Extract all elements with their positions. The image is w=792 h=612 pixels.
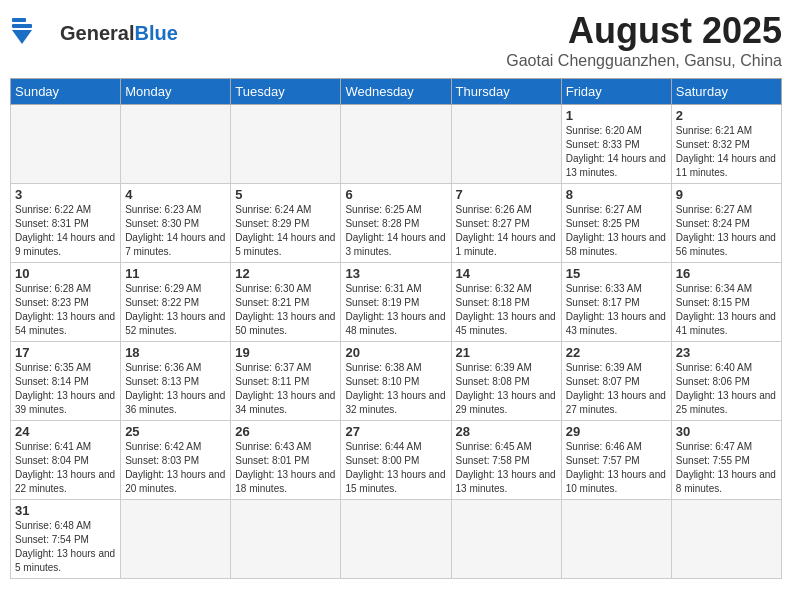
day-number: 14 bbox=[456, 266, 557, 281]
calendar-cell bbox=[11, 105, 121, 184]
weekday-header-thursday: Thursday bbox=[451, 79, 561, 105]
day-number: 13 bbox=[345, 266, 446, 281]
day-info: Sunrise: 6:20 AM Sunset: 8:33 PM Dayligh… bbox=[566, 124, 667, 180]
calendar-cell: 9Sunrise: 6:27 AM Sunset: 8:24 PM Daylig… bbox=[671, 184, 781, 263]
calendar-cell: 11Sunrise: 6:29 AM Sunset: 8:22 PM Dayli… bbox=[121, 263, 231, 342]
calendar-cell: 24Sunrise: 6:41 AM Sunset: 8:04 PM Dayli… bbox=[11, 421, 121, 500]
calendar-cell bbox=[561, 500, 671, 579]
calendar-cell: 14Sunrise: 6:32 AM Sunset: 8:18 PM Dayli… bbox=[451, 263, 561, 342]
day-number: 15 bbox=[566, 266, 667, 281]
calendar-cell bbox=[451, 500, 561, 579]
day-info: Sunrise: 6:29 AM Sunset: 8:22 PM Dayligh… bbox=[125, 282, 226, 338]
day-number: 21 bbox=[456, 345, 557, 360]
day-info: Sunrise: 6:31 AM Sunset: 8:19 PM Dayligh… bbox=[345, 282, 446, 338]
weekday-header-tuesday: Tuesday bbox=[231, 79, 341, 105]
calendar-cell: 13Sunrise: 6:31 AM Sunset: 8:19 PM Dayli… bbox=[341, 263, 451, 342]
calendar-cell: 20Sunrise: 6:38 AM Sunset: 8:10 PM Dayli… bbox=[341, 342, 451, 421]
calendar-cell: 30Sunrise: 6:47 AM Sunset: 7:55 PM Dayli… bbox=[671, 421, 781, 500]
day-number: 17 bbox=[15, 345, 116, 360]
day-info: Sunrise: 6:28 AM Sunset: 8:23 PM Dayligh… bbox=[15, 282, 116, 338]
day-info: Sunrise: 6:27 AM Sunset: 8:25 PM Dayligh… bbox=[566, 203, 667, 259]
day-info: Sunrise: 6:30 AM Sunset: 8:21 PM Dayligh… bbox=[235, 282, 336, 338]
calendar-cell: 8Sunrise: 6:27 AM Sunset: 8:25 PM Daylig… bbox=[561, 184, 671, 263]
calendar-cell: 6Sunrise: 6:25 AM Sunset: 8:28 PM Daylig… bbox=[341, 184, 451, 263]
day-number: 27 bbox=[345, 424, 446, 439]
calendar-cell: 27Sunrise: 6:44 AM Sunset: 8:00 PM Dayli… bbox=[341, 421, 451, 500]
day-number: 11 bbox=[125, 266, 226, 281]
calendar-cell: 2Sunrise: 6:21 AM Sunset: 8:32 PM Daylig… bbox=[671, 105, 781, 184]
calendar-table: SundayMondayTuesdayWednesdayThursdayFrid… bbox=[10, 78, 782, 579]
day-info: Sunrise: 6:48 AM Sunset: 7:54 PM Dayligh… bbox=[15, 519, 116, 575]
day-info: Sunrise: 6:37 AM Sunset: 8:11 PM Dayligh… bbox=[235, 361, 336, 417]
calendar-header-row: SundayMondayTuesdayWednesdayThursdayFrid… bbox=[11, 79, 782, 105]
day-number: 4 bbox=[125, 187, 226, 202]
day-number: 31 bbox=[15, 503, 116, 518]
calendar-cell bbox=[341, 105, 451, 184]
calendar-cell: 16Sunrise: 6:34 AM Sunset: 8:15 PM Dayli… bbox=[671, 263, 781, 342]
day-number: 25 bbox=[125, 424, 226, 439]
day-info: Sunrise: 6:23 AM Sunset: 8:30 PM Dayligh… bbox=[125, 203, 226, 259]
day-number: 6 bbox=[345, 187, 446, 202]
day-info: Sunrise: 6:42 AM Sunset: 8:03 PM Dayligh… bbox=[125, 440, 226, 496]
calendar-cell bbox=[121, 500, 231, 579]
day-number: 16 bbox=[676, 266, 777, 281]
day-number: 9 bbox=[676, 187, 777, 202]
calendar-cell: 25Sunrise: 6:42 AM Sunset: 8:03 PM Dayli… bbox=[121, 421, 231, 500]
location: Gaotai Chengguanzhen, Gansu, China bbox=[506, 52, 782, 70]
calendar-cell bbox=[341, 500, 451, 579]
calendar-cell: 5Sunrise: 6:24 AM Sunset: 8:29 PM Daylig… bbox=[231, 184, 341, 263]
calendar-cell: 23Sunrise: 6:40 AM Sunset: 8:06 PM Dayli… bbox=[671, 342, 781, 421]
day-number: 18 bbox=[125, 345, 226, 360]
day-info: Sunrise: 6:24 AM Sunset: 8:29 PM Dayligh… bbox=[235, 203, 336, 259]
day-info: Sunrise: 6:27 AM Sunset: 8:24 PM Dayligh… bbox=[676, 203, 777, 259]
weekday-header-monday: Monday bbox=[121, 79, 231, 105]
calendar-cell: 17Sunrise: 6:35 AM Sunset: 8:14 PM Dayli… bbox=[11, 342, 121, 421]
calendar-cell: 26Sunrise: 6:43 AM Sunset: 8:01 PM Dayli… bbox=[231, 421, 341, 500]
day-number: 20 bbox=[345, 345, 446, 360]
svg-rect-1 bbox=[12, 24, 32, 28]
day-info: Sunrise: 6:41 AM Sunset: 8:04 PM Dayligh… bbox=[15, 440, 116, 496]
day-info: Sunrise: 6:22 AM Sunset: 8:31 PM Dayligh… bbox=[15, 203, 116, 259]
weekday-header-friday: Friday bbox=[561, 79, 671, 105]
day-info: Sunrise: 6:35 AM Sunset: 8:14 PM Dayligh… bbox=[15, 361, 116, 417]
day-number: 10 bbox=[15, 266, 116, 281]
month-year: August 2025 bbox=[506, 10, 782, 52]
day-info: Sunrise: 6:44 AM Sunset: 8:00 PM Dayligh… bbox=[345, 440, 446, 496]
weekday-header-saturday: Saturday bbox=[671, 79, 781, 105]
day-info: Sunrise: 6:36 AM Sunset: 8:13 PM Dayligh… bbox=[125, 361, 226, 417]
day-info: Sunrise: 6:26 AM Sunset: 8:27 PM Dayligh… bbox=[456, 203, 557, 259]
calendar-cell bbox=[121, 105, 231, 184]
calendar-cell bbox=[231, 105, 341, 184]
day-number: 22 bbox=[566, 345, 667, 360]
day-info: Sunrise: 6:33 AM Sunset: 8:17 PM Dayligh… bbox=[566, 282, 667, 338]
logo-general: General bbox=[60, 22, 134, 44]
calendar-cell bbox=[671, 500, 781, 579]
day-info: Sunrise: 6:32 AM Sunset: 8:18 PM Dayligh… bbox=[456, 282, 557, 338]
day-info: Sunrise: 6:39 AM Sunset: 8:08 PM Dayligh… bbox=[456, 361, 557, 417]
day-info: Sunrise: 6:47 AM Sunset: 7:55 PM Dayligh… bbox=[676, 440, 777, 496]
day-number: 2 bbox=[676, 108, 777, 123]
day-info: Sunrise: 6:38 AM Sunset: 8:10 PM Dayligh… bbox=[345, 361, 446, 417]
day-number: 3 bbox=[15, 187, 116, 202]
page-header: GeneralBlue August 2025 Gaotai Chengguan… bbox=[10, 10, 782, 70]
weekday-header-sunday: Sunday bbox=[11, 79, 121, 105]
day-number: 1 bbox=[566, 108, 667, 123]
day-info: Sunrise: 6:21 AM Sunset: 8:32 PM Dayligh… bbox=[676, 124, 777, 180]
calendar-cell: 1Sunrise: 6:20 AM Sunset: 8:33 PM Daylig… bbox=[561, 105, 671, 184]
day-info: Sunrise: 6:45 AM Sunset: 7:58 PM Dayligh… bbox=[456, 440, 557, 496]
svg-rect-0 bbox=[12, 18, 26, 22]
calendar-cell: 28Sunrise: 6:45 AM Sunset: 7:58 PM Dayli… bbox=[451, 421, 561, 500]
day-number: 7 bbox=[456, 187, 557, 202]
calendar-cell: 19Sunrise: 6:37 AM Sunset: 8:11 PM Dayli… bbox=[231, 342, 341, 421]
calendar-cell: 21Sunrise: 6:39 AM Sunset: 8:08 PM Dayli… bbox=[451, 342, 561, 421]
calendar-cell: 7Sunrise: 6:26 AM Sunset: 8:27 PM Daylig… bbox=[451, 184, 561, 263]
calendar-cell bbox=[231, 500, 341, 579]
calendar-cell: 3Sunrise: 6:22 AM Sunset: 8:31 PM Daylig… bbox=[11, 184, 121, 263]
day-info: Sunrise: 6:43 AM Sunset: 8:01 PM Dayligh… bbox=[235, 440, 336, 496]
day-number: 23 bbox=[676, 345, 777, 360]
day-info: Sunrise: 6:34 AM Sunset: 8:15 PM Dayligh… bbox=[676, 282, 777, 338]
title-area: August 2025 Gaotai Chengguanzhen, Gansu,… bbox=[506, 10, 782, 70]
calendar-cell: 18Sunrise: 6:36 AM Sunset: 8:13 PM Dayli… bbox=[121, 342, 231, 421]
logo-blue: Blue bbox=[134, 22, 177, 44]
day-number: 12 bbox=[235, 266, 336, 281]
